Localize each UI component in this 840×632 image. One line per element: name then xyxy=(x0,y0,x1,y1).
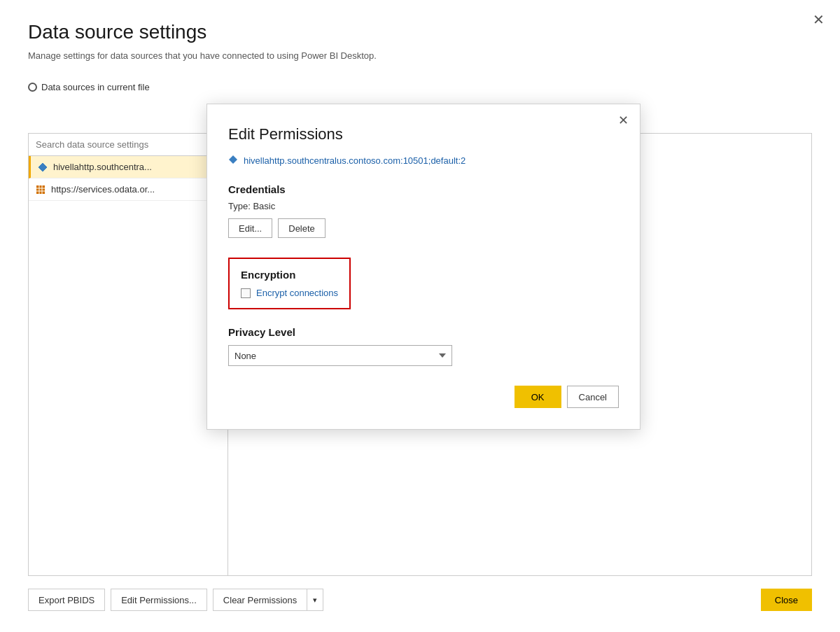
svg-marker-0 xyxy=(38,163,47,171)
privacy-select[interactable]: None Public Organizational Private xyxy=(228,345,452,366)
list-item-label: https://services.odata.or... xyxy=(51,184,155,195)
encrypt-checkbox[interactable] xyxy=(241,288,251,298)
credentials-title: Credentials xyxy=(228,183,619,195)
datasource-url: hivellahttp.southcentralus.contoso.com:1… xyxy=(244,155,465,166)
privacy-title: Privacy Level xyxy=(228,326,619,338)
bottom-left-buttons: Export PBIDS Edit Permissions... Clear P… xyxy=(28,589,323,611)
main-window: ✕ Data source settings Manage settings f… xyxy=(0,0,840,632)
edit-credentials-button[interactable]: Edit... xyxy=(228,218,272,238)
svg-rect-1 xyxy=(36,185,45,194)
svg-marker-6 xyxy=(229,155,237,164)
search-input[interactable] xyxy=(29,134,227,156)
encryption-title: Encryption xyxy=(241,269,338,281)
delete-credentials-button[interactable]: Delete xyxy=(278,218,326,238)
encryption-section: Encryption Encrypt connections xyxy=(228,258,351,309)
bottom-bar: Export PBIDS Edit Permissions... Clear P… xyxy=(28,589,812,611)
left-panel: hivellahttp.southcentra... https://servi… xyxy=(29,134,228,575)
export-pbids-button[interactable]: Export PBIDS xyxy=(28,589,105,611)
edit-permissions-button[interactable]: Edit Permissions... xyxy=(111,589,207,611)
datasource-link: hivellahttp.southcentralus.contoso.com:1… xyxy=(228,155,619,167)
ok-button[interactable]: OK xyxy=(514,386,561,408)
clear-permissions-button[interactable]: Clear Permissions xyxy=(213,589,307,611)
list-item[interactable]: https://services.odata.or... xyxy=(29,178,228,201)
close-button[interactable]: Close xyxy=(761,589,812,611)
encrypt-connections-row[interactable]: Encrypt connections xyxy=(241,288,338,298)
cancel-button[interactable]: Cancel xyxy=(567,386,619,408)
page-title: Data source settings xyxy=(28,21,812,43)
clear-permissions-group: Clear Permissions ▾ xyxy=(213,589,323,611)
radio-label-text: Data sources in current file xyxy=(41,82,150,92)
radio-circle-icon xyxy=(28,83,37,92)
radio-current-file[interactable]: Data sources in current file xyxy=(28,82,812,92)
encrypt-label: Encrypt connections xyxy=(256,288,338,298)
page-subtitle: Manage settings for data sources that yo… xyxy=(28,50,812,61)
datasource-list: hivellahttp.southcentra... https://servi… xyxy=(29,156,228,201)
table-icon xyxy=(36,185,46,195)
list-item[interactable]: hivellahttp.southcentra... xyxy=(29,156,228,178)
diamond-icon xyxy=(38,162,48,172)
list-item-label: hivellahttp.southcentra... xyxy=(53,162,152,172)
main-close-button[interactable]: ✕ xyxy=(813,13,825,27)
privacy-section: Privacy Level None Public Organizational… xyxy=(228,326,619,366)
dialog-title: Edit Permissions xyxy=(228,125,619,143)
datasource-diamond-icon xyxy=(228,155,238,167)
edit-permissions-dialog: ✕ Edit Permissions hivellahttp.southcent… xyxy=(206,104,640,430)
credentials-type: Type: Basic xyxy=(228,201,619,211)
clear-permissions-dropdown[interactable]: ▾ xyxy=(307,589,323,611)
cred-buttons: Edit... Delete xyxy=(228,218,619,238)
dialog-close-button[interactable]: ✕ xyxy=(618,114,629,127)
dialog-buttons: OK Cancel xyxy=(228,386,619,408)
